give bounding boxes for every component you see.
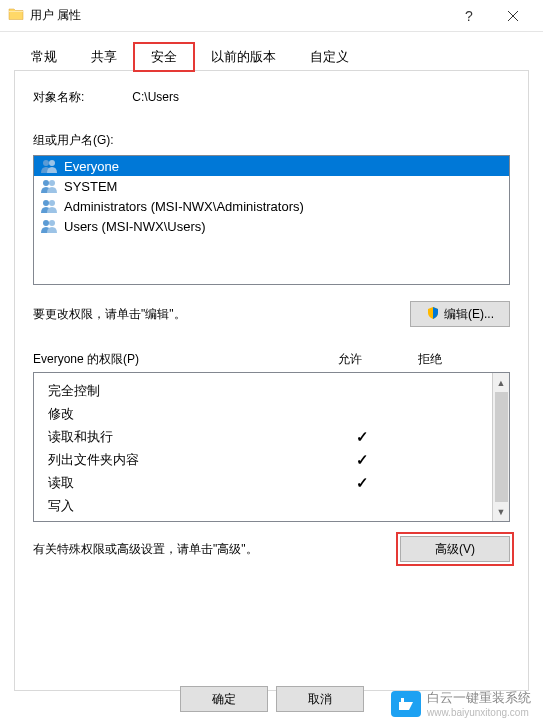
content-area: 常规 共享 安全 以前的版本 自定义 对象名称: C:\Users 组或用户名(…: [0, 32, 543, 691]
permission-name: 读取: [48, 474, 322, 492]
scroll-up-arrow-icon[interactable]: ▲: [494, 375, 509, 390]
ok-button[interactable]: 确定: [180, 686, 268, 712]
allow-column-label: 允许: [310, 351, 390, 368]
permissions-header: Everyone 的权限(P) 允许 拒绝: [33, 351, 510, 368]
list-item-label: Everyone: [64, 159, 119, 174]
svg-point-5: [43, 200, 49, 206]
list-item-label: SYSTEM: [64, 179, 117, 194]
help-button[interactable]: ?: [445, 1, 490, 31]
tab-security[interactable]: 安全: [134, 43, 194, 71]
svg-point-4: [49, 180, 55, 186]
permission-name: 列出文件夹内容: [48, 451, 322, 469]
permission-row: 修改: [48, 402, 482, 425]
group-icon: [40, 198, 58, 214]
edit-hint-row: 要更改权限，请单击"编辑"。 编辑(E)...: [33, 301, 510, 327]
tab-general[interactable]: 常规: [14, 43, 74, 71]
allow-check-icon: ✓: [322, 428, 402, 446]
security-pane: 对象名称: C:\Users 组或用户名(G): Everyone SYSTEM…: [14, 71, 529, 691]
permission-row: 完全控制: [48, 379, 482, 402]
allow-check-icon: ✓: [322, 474, 402, 492]
watermark-text-1: 白云一键重装系统: [427, 689, 531, 707]
tab-previous-versions[interactable]: 以前的版本: [194, 43, 293, 71]
allow-check-icon: ✓: [322, 451, 402, 469]
watermark-text-2: www.baiyunxitong.com: [427, 707, 531, 718]
permissions-listbox: 完全控制修改读取和执行✓列出文件夹内容✓读取✓写入 ▲ ▼: [33, 372, 510, 522]
groups-label: 组或用户名(G):: [33, 132, 510, 149]
object-path: C:\Users: [132, 90, 179, 104]
list-item[interactable]: Administrators (MSI-NWX\Administrators): [34, 196, 509, 216]
group-icon: [40, 218, 58, 234]
list-item-label: Users (MSI-NWX\Users): [64, 219, 206, 234]
object-name-row: 对象名称: C:\Users: [33, 89, 510, 106]
watermark-badge-icon: [391, 691, 421, 717]
permission-name: 写入: [48, 497, 322, 515]
advanced-hint-row: 有关特殊权限或高级设置，请单击"高级"。 高级(V): [33, 536, 510, 562]
permissions-for-label: Everyone 的权限(P): [33, 351, 139, 368]
permission-row: 读取和执行✓: [48, 425, 482, 448]
window-title: 用户 属性: [30, 7, 81, 24]
advanced-button[interactable]: 高级(V): [400, 536, 510, 562]
list-item[interactable]: Everyone: [34, 156, 509, 176]
permission-name: 修改: [48, 405, 322, 423]
cancel-button[interactable]: 取消: [276, 686, 364, 712]
svg-point-8: [49, 220, 55, 226]
group-icon: [40, 158, 58, 174]
permission-row: 写入: [48, 494, 482, 517]
svg-point-3: [43, 180, 49, 186]
group-icon: [40, 178, 58, 194]
titlebar: 用户 属性 ?: [0, 0, 543, 32]
scrollbar[interactable]: ▲ ▼: [492, 373, 509, 521]
watermark: 白云一键重装系统 www.baiyunxitong.com: [391, 689, 531, 718]
folder-icon: [8, 6, 24, 25]
edit-hint: 要更改权限，请单击"编辑"。: [33, 306, 186, 323]
scroll-down-arrow-icon[interactable]: ▼: [494, 504, 509, 519]
edit-button[interactable]: 编辑(E)...: [410, 301, 510, 327]
tab-customize[interactable]: 自定义: [293, 43, 366, 71]
tabs: 常规 共享 安全 以前的版本 自定义: [14, 42, 529, 71]
permission-name: 完全控制: [48, 382, 322, 400]
deny-column-label: 拒绝: [390, 351, 470, 368]
scroll-thumb[interactable]: [495, 392, 508, 502]
list-item[interactable]: SYSTEM: [34, 176, 509, 196]
svg-text:?: ?: [465, 9, 473, 23]
list-item-label: Administrators (MSI-NWX\Administrators): [64, 199, 304, 214]
shield-icon: [426, 306, 440, 323]
svg-point-2: [49, 160, 55, 166]
list-item[interactable]: Users (MSI-NWX\Users): [34, 216, 509, 236]
permission-row: 列出文件夹内容✓: [48, 448, 482, 471]
permission-row: 读取✓: [48, 471, 482, 494]
close-button[interactable]: [490, 1, 535, 31]
titlebar-left: 用户 属性: [8, 6, 81, 25]
groups-listbox[interactable]: Everyone SYSTEM Administrators (MSI-NWX\…: [33, 155, 510, 285]
edit-button-label: 编辑(E)...: [444, 306, 494, 323]
advanced-hint: 有关特殊权限或高级设置，请单击"高级"。: [33, 541, 258, 558]
svg-point-6: [49, 200, 55, 206]
permissions-list: 完全控制修改读取和执行✓列出文件夹内容✓读取✓写入: [34, 373, 492, 521]
titlebar-buttons: ?: [445, 1, 535, 31]
advanced-button-label: 高级(V): [435, 541, 475, 558]
object-name-label: 对象名称:: [33, 89, 84, 106]
svg-point-7: [43, 220, 49, 226]
tab-sharing[interactable]: 共享: [74, 43, 134, 71]
permission-name: 读取和执行: [48, 428, 322, 446]
svg-point-1: [43, 160, 49, 166]
